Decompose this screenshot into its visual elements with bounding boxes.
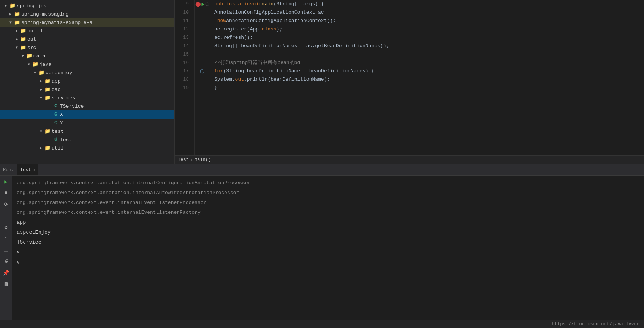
sidebar-item-spring-messaging[interactable]: ▶ 📁 spring-messaging xyxy=(0,10,174,18)
sidebar-item-util[interactable]: ▶ 📁 util xyxy=(0,144,174,152)
expand-arrow: ▶ xyxy=(38,87,44,92)
folder-icon: 📁 xyxy=(9,3,16,9)
pin-button[interactable]: 📌 xyxy=(2,269,10,277)
sidebar-item-label: src xyxy=(27,45,36,51)
sidebar-item-label: spring-messaging xyxy=(21,11,69,17)
file-tree: ▶ 📁 spring-jms ▶ 📁 spring-messaging ▼ 📁 … xyxy=(0,0,174,164)
code-content[interactable]: public static void main(String[] args) {… xyxy=(210,0,644,155)
scroll-up-button[interactable]: ↑ xyxy=(2,234,10,243)
sidebar-item-label: Y xyxy=(60,120,63,126)
sidebar-item-app[interactable]: ▶ 📁 app xyxy=(0,77,174,85)
folder-icon: 📁 xyxy=(32,61,39,67)
code-line-13: ac.refresh(); xyxy=(214,33,644,42)
output-line-6: aspectEnjoy xyxy=(17,228,639,237)
code-line-18: System.out.println(beanDefinitionName); xyxy=(214,75,644,84)
expand-arrow: ▼ xyxy=(38,129,44,134)
sidebar-item-label: test xyxy=(52,129,63,134)
breadcrumb: Test › main() xyxy=(175,155,644,164)
code-line-16: //打印spring容器当中所有bean的bd xyxy=(214,59,644,67)
sidebar-item-out[interactable]: ▶ 📁 out xyxy=(0,35,174,43)
sidebar-item-test[interactable]: ▼ 📁 test xyxy=(0,127,174,135)
editor-area: 9 10 11 12 13 14 15 16 17 18 19 ⬤ ▶ ⬡ xyxy=(175,0,644,164)
code-line-15 xyxy=(214,50,644,59)
expand-arrow: ▶ xyxy=(8,12,14,16)
scroll-down-button[interactable]: ↓ xyxy=(2,212,10,220)
sidebar-item-spring-jms[interactable]: ▶ 📁 spring-jms xyxy=(0,2,174,10)
folder-icon: 📁 xyxy=(44,86,51,92)
sidebar-item-tservice[interactable]: ▶ © TService xyxy=(0,102,174,110)
sidebar-item-label: TService xyxy=(60,103,84,109)
code-line-14: String[] beanDefinitionNames = ac.getBea… xyxy=(214,42,644,50)
breadcrumb-file: Test xyxy=(178,157,189,162)
trash-button[interactable]: 🗑 xyxy=(2,280,10,288)
sidebar-item-label: build xyxy=(27,28,42,34)
expand-arrow: ▶ xyxy=(38,146,44,150)
sidebar-item-label: spring-jms xyxy=(17,3,46,9)
code-view: 9 10 11 12 13 14 15 16 17 18 19 ⬤ ▶ ⬡ xyxy=(175,0,644,155)
debug-bookmark-icon: ⬡ xyxy=(205,2,209,7)
expand-arrow: ▼ xyxy=(14,46,20,50)
sidebar-item-y[interactable]: ▶ © Y xyxy=(0,119,174,127)
sidebar-item-x[interactable]: ▶ © X xyxy=(0,110,174,119)
expand-arrow: ▼ xyxy=(38,96,44,100)
sidebar-item-label: dao xyxy=(52,87,60,92)
sidebar-item-label: main xyxy=(33,53,45,59)
expand-arrow: ▼ xyxy=(26,62,32,67)
run-panel-header: Run: Test ✕ xyxy=(0,164,644,176)
debug-arrow-icon: ⬡ xyxy=(200,68,204,75)
main-area: ▶ 📁 spring-jms ▶ 📁 spring-messaging ▼ 📁 … xyxy=(0,0,644,164)
sidebar-item-java[interactable]: ▼ 📁 java xyxy=(0,60,174,68)
output-line-5: app xyxy=(17,218,639,228)
list-button[interactable]: ☰ xyxy=(2,246,10,254)
folder-icon: 📁 xyxy=(44,145,51,151)
sidebar-item-label: com.enjoy xyxy=(46,70,72,76)
expand-arrow: ▼ xyxy=(32,71,38,75)
output-line-8: x xyxy=(17,247,639,257)
tab-close-button[interactable]: ✕ xyxy=(33,168,35,172)
sidebar-item-spring-mybatis[interactable]: ▼ 📁 spring-mybatis-example-a xyxy=(0,18,174,27)
output-line-4: org.springframework.context.event.intern… xyxy=(17,208,639,218)
sidebar-item-label: Test xyxy=(60,137,72,143)
status-url: https://blog.csdn.net/java_lyvee xyxy=(552,322,639,327)
code-line-9: public static void main(String[] args) { xyxy=(214,0,644,8)
sidebar-item-com-enjoy[interactable]: ▼ 📁 com.enjoy xyxy=(0,68,174,77)
stop-button[interactable]: ■ xyxy=(2,189,10,197)
sidebar-item-test-class[interactable]: ▶ © Test xyxy=(0,135,174,144)
sidebar-item-services[interactable]: ▼ 📁 services xyxy=(0,94,174,102)
sidebar-item-build[interactable]: ▶ 📁 build xyxy=(0,27,174,35)
folder-icon: 📁 xyxy=(26,53,33,59)
run-tab[interactable]: Test ✕ xyxy=(17,164,38,175)
settings-button[interactable]: ⚙ xyxy=(2,223,10,231)
status-bar: https://blog.csdn.net/java_lyvee xyxy=(0,320,644,328)
sidebar-item-src[interactable]: ▼ 📁 src xyxy=(0,43,174,52)
expand-arrow: ▶ xyxy=(14,37,20,41)
gutter-icons-column: ⬤ ▶ ⬡ ⬡ xyxy=(195,0,210,155)
sidebar-item-label: app xyxy=(52,78,60,84)
expand-arrow: ▶ xyxy=(14,29,20,33)
folder-icon: 📁 xyxy=(20,28,27,34)
folder-icon: 📁 xyxy=(20,36,27,42)
run-label: Run: xyxy=(3,167,14,173)
run-button[interactable]: ▶ xyxy=(2,177,10,186)
sidebar-item-label: X xyxy=(60,112,63,118)
run-panel-body: ▶ ■ ⟳ ↓ ⚙ ↑ ☰ 🖨 📌 🗑 org.springframework.… xyxy=(0,176,644,320)
print-button[interactable]: 🖨 xyxy=(2,257,10,266)
sidebar: ▶ 📁 spring-jms ▶ 📁 spring-messaging ▼ 📁 … xyxy=(0,0,175,164)
expand-arrow: ▶ xyxy=(38,79,44,83)
breadcrumb-method: main() xyxy=(195,157,211,162)
sidebar-item-label: spring-mybatis-example-a xyxy=(21,20,92,25)
run-tab-label: Test xyxy=(20,167,31,173)
folder-icon: 📁 xyxy=(20,45,27,51)
code-line-12: ac.register(App.class); xyxy=(214,25,644,33)
stop-icon[interactable]: ⬤ xyxy=(195,1,201,7)
expand-arrow: ▼ xyxy=(20,54,26,58)
code-line-10: AnnotationConfigApplicationContext ac xyxy=(214,8,644,17)
sidebar-item-main[interactable]: ▼ 📁 main xyxy=(0,52,174,60)
output-line-1: org.springframework.context.annotation.i… xyxy=(17,178,639,188)
run-icon[interactable]: ▶ xyxy=(202,1,205,7)
folder-icon: 📁 xyxy=(44,78,51,84)
java-class-icon: © xyxy=(52,103,59,109)
run-output: org.springframework.context.annotation.i… xyxy=(12,176,644,320)
rerun-button[interactable]: ⟳ xyxy=(2,200,10,209)
sidebar-item-dao[interactable]: ▶ 📁 dao xyxy=(0,85,174,94)
